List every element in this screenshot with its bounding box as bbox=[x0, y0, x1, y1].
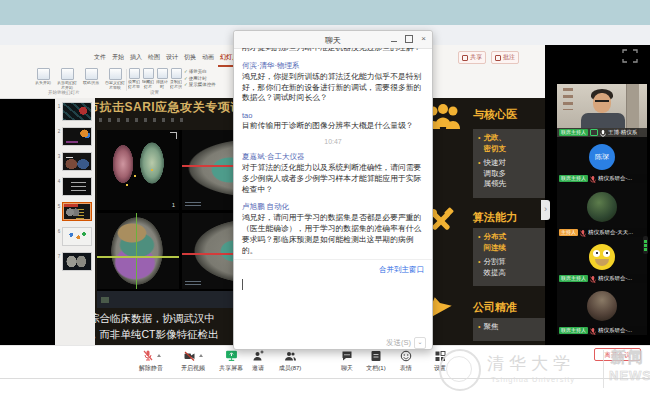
avatar bbox=[587, 192, 617, 222]
sidebar-collapse-arrow[interactable]: › bbox=[541, 200, 550, 220]
chat-minimize-button[interactable] bbox=[391, 41, 397, 42]
mic-muted-icon bbox=[590, 322, 596, 336]
participant-name: 精仪系研会-... bbox=[598, 175, 645, 182]
slide-thumbnail-image bbox=[62, 227, 92, 246]
comments-button[interactable]: 批注 bbox=[491, 51, 519, 64]
chat-close-button[interactable]: × bbox=[421, 35, 426, 43]
bullet-item: •分布式 间连续 bbox=[478, 232, 545, 253]
ribbon-checkbox[interactable]: ✓显示媒体控件 bbox=[184, 82, 216, 89]
ribbon-button[interactable]: 从头开始 bbox=[31, 68, 55, 90]
ribbon-tab-设计[interactable]: 设计 bbox=[164, 52, 180, 67]
slide-thumbnail-1[interactable]: 1 bbox=[56, 102, 95, 123]
ribbon-tab-动画[interactable]: 动画 bbox=[200, 52, 216, 67]
slide-thumbnail-image bbox=[62, 252, 92, 271]
toolbar-label: 设置 bbox=[417, 364, 463, 373]
role-badge: 联席主持人 bbox=[559, 129, 588, 136]
ribbon-button-icon bbox=[129, 68, 140, 79]
slide-thumbnail-4[interactable]: 4 bbox=[56, 177, 95, 198]
ribbon-button[interactable]: 自定义幻灯片放映 bbox=[103, 68, 127, 90]
sidebar-scroll-indicator[interactable] bbox=[643, 236, 648, 254]
chat-message-body: 对于算法的泛化能力以及系统判断准确性，请问需要多少例病人或者多少例学习样本才能算… bbox=[242, 163, 424, 195]
chat-message-list[interactable]: 刚才提到的那些判断不准是机器没见过那些的理解？何滨·清华·物理系鸿兄好，你提到所… bbox=[234, 48, 432, 259]
checkmark-icon: ✓ bbox=[184, 69, 188, 74]
ct-3d-lungs-view: 1 bbox=[97, 130, 179, 210]
slide-thumbnail-image bbox=[62, 152, 92, 171]
ribbon-button-icon bbox=[85, 68, 98, 80]
participant-name-row: 联席主持人王博·精仪系 bbox=[557, 128, 647, 137]
ribbon-tab-插入[interactable]: 插入 bbox=[128, 52, 144, 67]
participant-glasses bbox=[595, 100, 609, 102]
chat-maximize-button[interactable] bbox=[405, 35, 413, 43]
ribbon-button-icon bbox=[61, 68, 74, 80]
slide-thumbnail-pane: 1234567 bbox=[55, 98, 95, 345]
share-button[interactable]: 共享 bbox=[458, 51, 486, 64]
slide-thumbnail-5[interactable]: 5 bbox=[56, 202, 95, 223]
ribbon-button[interactable]: 联机演示 bbox=[79, 68, 103, 90]
slide-thumbnail-2[interactable]: 2 bbox=[56, 127, 95, 148]
send-area: 发送(S) ⌄ bbox=[386, 337, 426, 349]
ribbon-buttons: 从头开始从当前幻灯片开始联机演示自定义幻灯片放映设置幻灯片放映隐藏幻灯片排练计时… bbox=[31, 68, 183, 90]
avatar bbox=[587, 291, 617, 321]
participant-tile[interactable]: 联席主持人王博·精仪系 bbox=[557, 84, 647, 137]
slide-thumbnail-3[interactable]: 3 bbox=[56, 152, 95, 173]
chat-author: 夏嘉斌·合工大仪器 bbox=[242, 152, 424, 162]
ribbon-group-label: 开始放映幻灯片 bbox=[48, 90, 80, 95]
section-heading: 与核心医 bbox=[473, 107, 517, 122]
participant-name: 精仪系研会-... bbox=[598, 275, 645, 282]
members-icon bbox=[267, 349, 313, 362]
send-dropdown-button[interactable]: ⌄ bbox=[414, 337, 426, 349]
mic-muted-icon bbox=[128, 349, 174, 362]
ribbon-group-label: 设置 bbox=[150, 90, 159, 95]
chat-author: 卢旭鹏 自动化 bbox=[242, 202, 424, 212]
ribbon-button[interactable]: 录制幻灯片演示 bbox=[169, 68, 183, 90]
leave-meeting-button[interactable]: 离开会议 bbox=[594, 348, 641, 361]
bullet-item: •分割算 效提高 bbox=[478, 257, 545, 278]
chat-link-row: 合并到主窗口 bbox=[234, 259, 432, 275]
chat-titlebar[interactable]: 聊天 × bbox=[234, 31, 432, 49]
fullscreen-icon[interactable] bbox=[622, 49, 638, 63]
ribbon-button[interactable]: 隐藏幻灯片 bbox=[141, 68, 155, 90]
participant-name: 王博·精仪系 bbox=[608, 129, 645, 136]
bullet-text: 快速对 调取多 属领先 bbox=[483, 158, 506, 190]
participant-tile[interactable]: 主持人精仪系研会-天天... bbox=[557, 183, 647, 237]
meeting-toolbar: 解除静音开启视频共享屏幕邀请成员(87)聊天文档(1)表情设置 离开会议 bbox=[0, 345, 650, 400]
settings-icon bbox=[417, 349, 463, 362]
ribbon-button-label: 从头开始 bbox=[32, 81, 54, 90]
ribbon-button[interactable]: 从当前幻灯片开始 bbox=[55, 68, 79, 90]
checkmark-icon: ✓ bbox=[184, 76, 188, 81]
slide-thumbnail-6[interactable]: 6 bbox=[56, 227, 95, 248]
ribbon-tab-文件[interactable]: 文件 bbox=[92, 52, 108, 67]
slide-thumbnail-image bbox=[62, 177, 92, 196]
chat-author: tao bbox=[242, 111, 424, 120]
participant-tile[interactable]: 陈琛联席主持人精仪系研会-... bbox=[557, 137, 647, 183]
dropdown-arrow-icon[interactable] bbox=[199, 354, 203, 357]
frame-corner-icon bbox=[170, 132, 177, 139]
ribbon-checkbox[interactable]: ✓播放旁白 bbox=[184, 69, 216, 76]
ribbon-button[interactable]: 排练计时 bbox=[155, 68, 169, 90]
toolbar-settings-button[interactable]: 设置 bbox=[417, 349, 463, 373]
ribbon-tab-切换[interactable]: 切换 bbox=[182, 52, 198, 67]
role-badge: 联席主持人 bbox=[559, 175, 588, 182]
send-button[interactable]: 发送(S) bbox=[386, 338, 411, 348]
emoji-eye bbox=[603, 250, 610, 257]
chat-message-body: 鸿兄好，你提到所训练的算法泛化能力似乎不是特别好，那你们在新的设备进行新的调试，… bbox=[242, 72, 424, 104]
slide-thumbnail-image bbox=[62, 127, 92, 146]
chat-input[interactable] bbox=[234, 275, 432, 335]
ribbon-button-label: 隐藏幻灯片 bbox=[142, 80, 154, 89]
toolbar-mute-button[interactable]: 解除静音 bbox=[128, 349, 174, 373]
participant-tile[interactable]: 联席主持人精仪系研会-... bbox=[557, 237, 647, 283]
ribbon-button[interactable]: 设置幻灯片放映 bbox=[127, 68, 141, 90]
ribbon-tab-绘图[interactable]: 绘图 bbox=[146, 52, 162, 67]
participant-tile[interactable]: 联席主持人精仪系研会-... bbox=[557, 283, 647, 335]
mic-muted-icon bbox=[590, 270, 596, 284]
ribbon-button-label: 排练计时 bbox=[156, 80, 168, 89]
dropdown-arrow-icon[interactable] bbox=[157, 354, 161, 357]
ribbon-button-label: 联机演示 bbox=[80, 81, 102, 90]
participant-name-row: 联席主持人精仪系研会-... bbox=[557, 326, 647, 335]
toolbar-members-button[interactable]: 成员(87) bbox=[267, 349, 313, 373]
ribbon-tab-开始[interactable]: 开始 bbox=[110, 52, 126, 67]
bullet-text: 尤政、 密切支 bbox=[483, 133, 506, 154]
merge-to-main-link[interactable]: 合并到主窗口 bbox=[379, 265, 424, 275]
role-badge: 主持人 bbox=[559, 229, 578, 236]
slide-thumbnail-7[interactable]: 7 bbox=[56, 252, 95, 273]
